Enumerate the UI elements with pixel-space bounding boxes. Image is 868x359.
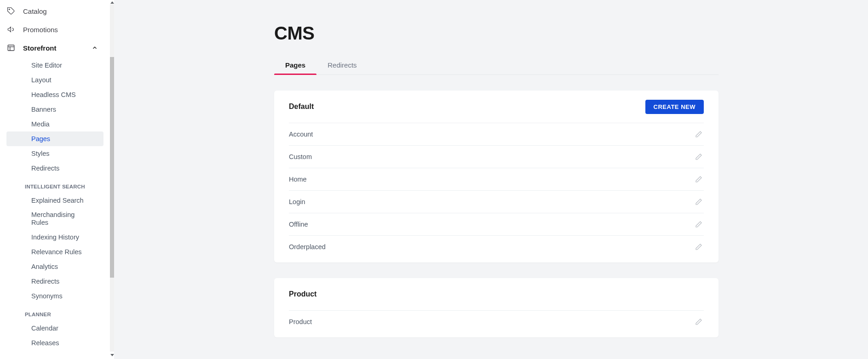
row-label: Custom (289, 153, 312, 160)
sidebar-item-catalog[interactable]: Catalog (0, 2, 110, 20)
row-label: Orderplaced (289, 243, 326, 251)
layout-icon (6, 43, 16, 52)
svg-point-0 (9, 9, 10, 10)
sidebar-item-styles[interactable]: Styles (6, 146, 103, 161)
main-content: CMS Pages Redirects Default CREATE NEW A… (114, 0, 868, 359)
sidebar-item-storefront[interactable]: Storefront (0, 39, 110, 57)
sidebar-item-analytics[interactable]: Analytics (6, 259, 103, 274)
section-header-planner: PLANNER (0, 306, 110, 320)
planner-submenu: Calendar Releases (0, 320, 110, 353)
svg-rect-1 (8, 45, 14, 51)
pencil-icon[interactable] (694, 174, 704, 184)
pencil-icon[interactable] (694, 219, 704, 229)
row-label: Product (289, 318, 312, 325)
list-row-orderplaced[interactable]: Orderplaced (289, 235, 704, 258)
sidebar-item-promotions[interactable]: Promotions (0, 20, 110, 39)
scrollbar-thumb[interactable] (110, 57, 114, 278)
card-default: Default CREATE NEW Account Custom Home (274, 91, 719, 262)
tag-icon (6, 6, 16, 16)
pencil-icon[interactable] (694, 197, 704, 207)
card-title-default: Default (289, 103, 314, 111)
scrollbar-track[interactable] (110, 4, 114, 352)
sidebar-item-is-redirects[interactable]: Redirects (6, 274, 103, 289)
row-label: Offline (289, 221, 308, 228)
list-row-offline[interactable]: Offline (289, 213, 704, 235)
nav-label: Catalog (23, 7, 47, 15)
intelligent-search-submenu: Explained Search Merchandising Rules Ind… (0, 192, 110, 306)
nav-label: Storefront (23, 44, 57, 52)
sidebar-item-indexing-history[interactable]: Indexing History (6, 230, 103, 245)
row-label: Home (289, 176, 307, 183)
list-row-account[interactable]: Account (289, 123, 704, 145)
sidebar-item-redirects[interactable]: Redirects (6, 161, 103, 176)
sidebar-item-layout[interactable]: Layout (6, 73, 103, 87)
chevron-up-icon (92, 45, 98, 51)
pencil-icon[interactable] (694, 317, 704, 327)
sidebar-item-explained-search[interactable]: Explained Search (6, 193, 103, 208)
sidebar-item-media[interactable]: Media (6, 117, 103, 131)
tab-pages[interactable]: Pages (274, 57, 316, 74)
pencil-icon[interactable] (694, 152, 704, 162)
sidebar-item-pages[interactable]: Pages (6, 131, 103, 146)
sidebar-item-merchandising-rules[interactable]: Merchandising Rules (6, 208, 103, 230)
sidebar-item-headless-cms[interactable]: Headless CMS (6, 87, 103, 102)
scroll-down-button[interactable] (110, 352, 114, 357)
card-title-product: Product (289, 290, 316, 298)
card-product: Product Product (274, 278, 719, 337)
tab-redirects[interactable]: Redirects (316, 57, 368, 74)
create-new-button[interactable]: CREATE NEW (645, 100, 704, 114)
page-title: CMS (274, 23, 719, 44)
section-header-intelligent-search: INTELLIGENT SEARCH (0, 178, 110, 192)
sidebar-item-site-editor[interactable]: Site Editor (6, 58, 103, 73)
megaphone-icon (6, 25, 16, 34)
list-row-product[interactable]: Product (289, 310, 704, 333)
tabs: Pages Redirects (274, 57, 719, 75)
pencil-icon[interactable] (694, 242, 704, 252)
sidebar-item-synonyms[interactable]: Synonyms (6, 289, 103, 303)
nav-label: Promotions (23, 26, 58, 34)
pencil-icon[interactable] (694, 129, 704, 139)
sidebar: Catalog Promotions Storefront Site Edito… (0, 0, 114, 359)
row-label: Account (289, 131, 313, 138)
storefront-submenu: Site Editor Layout Headless CMS Banners … (0, 57, 110, 178)
row-label: Login (289, 198, 305, 205)
list-row-custom[interactable]: Custom (289, 145, 704, 168)
scroll-up-button[interactable] (110, 0, 114, 4)
list-row-home[interactable]: Home (289, 168, 704, 190)
sidebar-item-calendar[interactable]: Calendar (6, 321, 103, 336)
sidebar-item-releases[interactable]: Releases (6, 336, 103, 350)
list-row-login[interactable]: Login (289, 190, 704, 213)
sidebar-item-relevance-rules[interactable]: Relevance Rules (6, 245, 103, 259)
sidebar-item-banners[interactable]: Banners (6, 102, 103, 117)
